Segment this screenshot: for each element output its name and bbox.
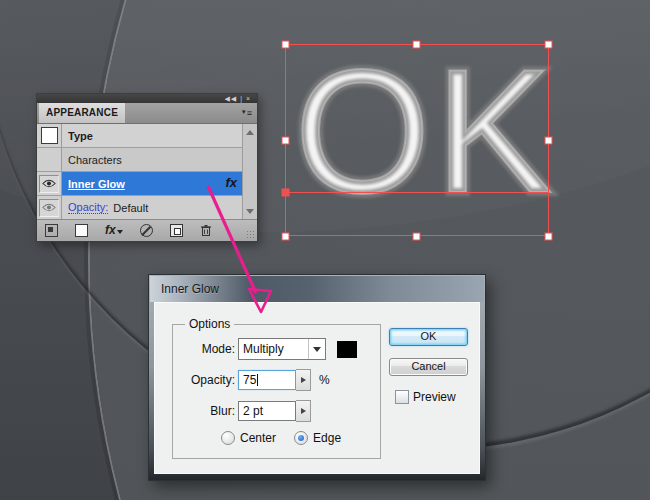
tab-appearance[interactable]: APPEARANCE [39, 103, 125, 123]
scroll-up-arrow-icon[interactable] [243, 126, 256, 139]
dropdown-arrow-icon[interactable] [308, 339, 325, 359]
header-divider: | [240, 95, 243, 102]
mode-dropdown[interactable]: Multiply [238, 338, 326, 360]
row-type-label: Type [68, 130, 93, 142]
row-characters[interactable]: Characters [37, 148, 243, 172]
visibility-eye-icon-dim[interactable] [39, 199, 59, 217]
scroll-down-arrow-icon[interactable] [243, 205, 256, 218]
radio-edge-label: Edge [313, 431, 341, 445]
inner-glow-dialog: Inner Glow Options Mode: Multiply Opacit… [148, 274, 486, 481]
appearance-panel: ◀◀ | × APPEARANCE ▼≡ Type Characters [36, 93, 258, 242]
radio-center-label: Center [240, 431, 276, 445]
opacity-input[interactable]: 75 [238, 370, 296, 390]
row-opacity[interactable]: Opacity: Default [37, 196, 243, 220]
row-characters-label: Characters [68, 154, 122, 166]
visibility-eye-icon[interactable] [39, 175, 59, 193]
dialog-title-bar[interactable]: Inner Glow [150, 276, 484, 302]
add-new-fill-icon[interactable] [75, 224, 88, 237]
cancel-button[interactable]: Cancel [389, 358, 468, 376]
type-fill-swatch[interactable] [41, 127, 58, 144]
panel-bottom-toolbar: fx [37, 219, 257, 241]
row-type[interactable]: Type [37, 124, 243, 148]
radio-edge[interactable] [294, 431, 308, 445]
glow-color-swatch[interactable] [337, 341, 357, 358]
dialog-body: Options Mode: Multiply Opacity: 75 % [154, 302, 480, 474]
ok-button[interactable]: OK [389, 328, 468, 346]
close-panel-icon[interactable]: × [246, 95, 251, 102]
row-opacity-label[interactable]: Opacity: [68, 201, 108, 214]
panel-group-header: ◀◀ | × [37, 94, 257, 103]
preview-label: Preview [413, 390, 456, 404]
mode-value: Multiply [239, 342, 284, 356]
text-cursor [257, 374, 258, 386]
panel-tab-bar: APPEARANCE ▼≡ [37, 103, 257, 124]
delete-trash-icon[interactable] [200, 224, 212, 237]
eye-icon [42, 179, 56, 188]
collapse-panels-icon[interactable]: ◀◀ [224, 95, 237, 102]
opacity-value: 75 [243, 373, 256, 387]
options-group: Options Mode: Multiply Opacity: 75 % [172, 324, 381, 459]
blur-label: Blur: [173, 404, 235, 418]
row-inner-glow-label: Inner Glow [68, 178, 125, 190]
duplicate-item-icon[interactable] [170, 224, 183, 237]
artboard-text-object[interactable]: OK OK OK [280, 28, 570, 243]
fx-effect-badge[interactable]: fx [225, 175, 237, 190]
preview-checkbox[interactable] [395, 390, 409, 404]
panel-resize-grip[interactable] [246, 230, 255, 239]
clear-appearance-icon[interactable] [140, 224, 153, 237]
appearance-list: Type Characters Inner Glow fx [37, 124, 243, 220]
add-new-stroke-icon[interactable] [45, 224, 58, 237]
add-new-effect-icon[interactable]: fx [105, 225, 123, 236]
blur-input[interactable]: 2 pt [238, 401, 296, 421]
panel-scrollbar[interactable] [242, 124, 257, 220]
eye-icon [42, 203, 56, 212]
radio-center[interactable] [221, 431, 235, 445]
ok-text-edge-soften: OK [294, 33, 556, 229]
blur-value: 2 pt [243, 404, 263, 418]
row-inner-glow[interactable]: Inner Glow fx [37, 172, 243, 196]
opacity-unit: % [319, 373, 330, 387]
mode-label: Mode: [173, 342, 235, 356]
canvas: OK OK OK ◀◀ | × APPEARANCE [0, 0, 650, 500]
blur-slider-button[interactable] [296, 400, 311, 422]
panel-menu-icon[interactable]: ▼≡ [241, 106, 252, 120]
opacity-slider-button[interactable] [296, 369, 311, 391]
opacity-label: Opacity: [173, 373, 235, 387]
options-group-label: Options [185, 317, 234, 331]
row-opacity-value: Default [113, 202, 148, 214]
dialog-title: Inner Glow [161, 282, 219, 296]
